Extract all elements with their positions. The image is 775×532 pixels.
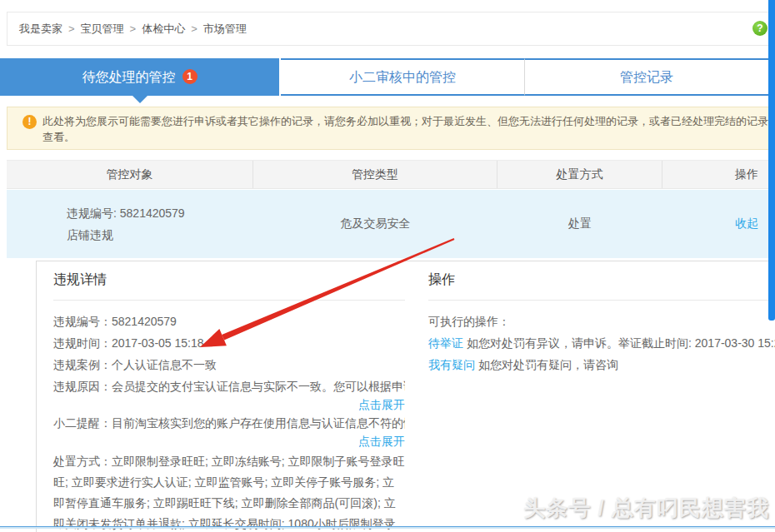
notice-text-line2: 查看。 bbox=[42, 129, 775, 145]
active-tab-caret bbox=[132, 96, 148, 103]
detail-violation-reason: 违规原因：会员提交的支付宝认证信息与实际不一致。您可以根据申诉要求... bbox=[53, 375, 405, 397]
column-header-action: 操作 bbox=[662, 161, 775, 188]
detail-staff-reminder: 小二提醒：目前淘宝核实到您的账户存在使用信息与认证信息不符的情况，... bbox=[53, 412, 405, 434]
collapse-cell: 收起 bbox=[662, 190, 775, 258]
right-edge-scroll-strip[interactable] bbox=[768, 0, 775, 321]
action-evidence-row: 待举证如您对处罚有异议，请申诉。举证截止时间: 2017-03-30 15:20 bbox=[428, 332, 775, 354]
tab-under-review[interactable]: 小二审核中的管控 bbox=[281, 58, 525, 96]
disposal-cell: 处置 bbox=[498, 190, 662, 258]
violation-detail-panel: 违规详情 违规编号：5821420579 违规时间：2017-03-05 15:… bbox=[36, 261, 775, 532]
have-question-link[interactable]: 我有疑问 bbox=[428, 358, 475, 371]
pending-evidence-desc: 如您对处罚有异议，请申诉。举证截止时间: 2017-03-30 15:20 bbox=[467, 336, 775, 350]
expand-reminder-link[interactable]: 点击展开 bbox=[358, 435, 405, 448]
detail-column: 违规详情 违规编号：5821420579 违规时间：2017-03-05 15:… bbox=[53, 271, 405, 532]
have-question-desc: 如您对处罚有疑问，请咨询 bbox=[478, 358, 618, 371]
violation-target-type: 店铺违规 bbox=[67, 224, 113, 246]
breadcrumb-item-seller[interactable]: 我是卖家 bbox=[19, 22, 62, 37]
detail-violation-time: 违规时间：2017-03-05 15:18 bbox=[53, 332, 405, 354]
column-header-target: 管控对象 bbox=[7, 161, 253, 188]
tab-bar: 待您处理的管控1 小二审核中的管控 管控记录 bbox=[0, 58, 768, 96]
expand-reason-link[interactable]: 点击展开 bbox=[358, 398, 405, 411]
warning-icon: ! bbox=[22, 115, 37, 129]
pending-evidence-link[interactable]: 待举证 bbox=[428, 336, 463, 350]
notice-banner: ! 此处将为您展示可能需要您进行申诉或者其它操作的记录，请您务必加以重视；对于最… bbox=[7, 107, 775, 150]
violation-table-row: 违规编号: 5821420579 店铺违规 危及交易安全 处置 收起 bbox=[7, 190, 775, 258]
notice-text-line1: 此处将为您展示可能需要您进行申诉或者其它操作的记录，请您务必加以重视；对于最近发… bbox=[42, 113, 775, 129]
actions-title-divider bbox=[428, 300, 775, 301]
column-header-disposal: 处置方式 bbox=[498, 161, 662, 188]
help-icon[interactable]: ? bbox=[752, 21, 768, 36]
detail-disposal-methods: 处置方式：立即限制登录旺旺; 立即冻结账号; 立即限制子账号登录旺旺; 立即要求… bbox=[53, 451, 405, 532]
tab-control-records[interactable]: 管控记录 bbox=[525, 58, 768, 96]
actions-intro: 可执行的操作： bbox=[428, 311, 775, 332]
tab-pending-label: 待您处理的管控 bbox=[82, 70, 176, 84]
breadcrumb-item-market[interactable]: 市场管理 bbox=[203, 22, 247, 37]
detail-violation-number: 违规编号：5821420579 bbox=[53, 311, 405, 332]
actions-column: 操作 可执行的操作： 待举证如您对处罚有异议，请申诉。举证截止时间: 2017-… bbox=[428, 271, 775, 375]
collapse-link[interactable]: 收起 bbox=[735, 216, 758, 231]
breadcrumb-separator: > bbox=[130, 22, 137, 35]
breadcrumb: 我是卖家 > 宝贝管理 > 体检中心 > 市场管理 bbox=[7, 12, 775, 46]
table-header-row: 管控对象 管控类型 处置方式 操作 bbox=[7, 160, 775, 189]
breadcrumb-separator: > bbox=[68, 22, 75, 35]
watermark-text: 头条号 / 总有叼民想害我 bbox=[523, 494, 769, 523]
violation-number: 违规编号: 5821420579 bbox=[67, 202, 185, 224]
market-control-page: 我是卖家 > 宝贝管理 > 体检中心 > 市场管理 ? 待您处理的管控1 小二审… bbox=[0, 0, 775, 532]
bottom-window-border bbox=[0, 526, 775, 529]
detail-violation-case: 违规案例：个人认证信息不一致 bbox=[53, 354, 405, 375]
violation-target-cell: 违规编号: 5821420579 店铺违规 bbox=[7, 190, 253, 258]
control-type-cell: 危及交易安全 bbox=[253, 190, 498, 258]
pending-count-badge: 1 bbox=[182, 69, 198, 84]
detail-title-divider bbox=[53, 300, 405, 301]
tab-pending-controls[interactable]: 待您处理的管控1 bbox=[0, 58, 279, 96]
actions-title: 操作 bbox=[428, 271, 775, 290]
breadcrumb-item-checkup[interactable]: 体检中心 bbox=[142, 22, 185, 37]
action-question-row: 我有疑问如您对处罚有疑问，请咨询 bbox=[428, 354, 775, 375]
detail-title: 违规详情 bbox=[53, 271, 405, 290]
column-header-type: 管控类型 bbox=[253, 161, 498, 188]
breadcrumb-separator: > bbox=[191, 22, 198, 35]
breadcrumb-item-items[interactable]: 宝贝管理 bbox=[81, 22, 124, 37]
